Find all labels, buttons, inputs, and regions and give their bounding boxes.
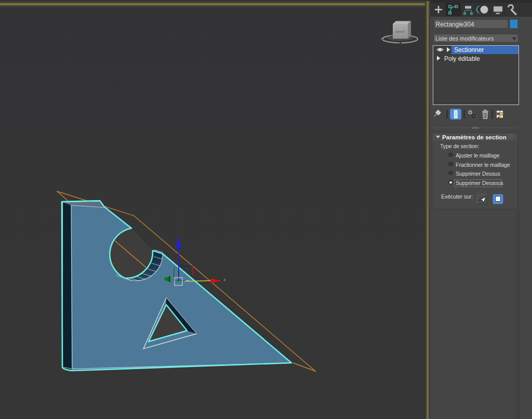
svg-text:x: x bbox=[223, 277, 226, 282]
svg-text:z: z bbox=[177, 229, 179, 233]
svg-text:AVANT: AVANT bbox=[395, 30, 405, 33]
